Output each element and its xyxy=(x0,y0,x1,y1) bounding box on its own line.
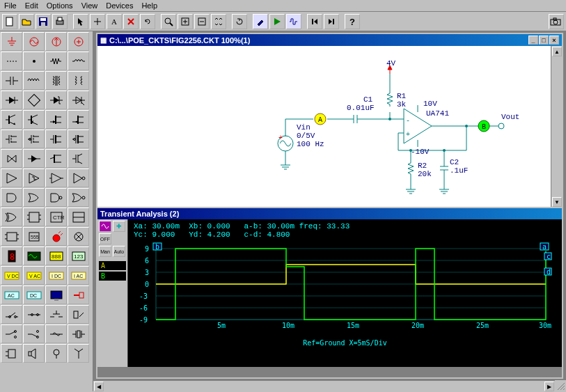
plug-icon[interactable] xyxy=(68,285,89,304)
schematic-titlebar[interactable]: ▦ C:\...\POE_CKTS\FIG2256.CKT 100%(1) _ … xyxy=(97,34,562,46)
off-button[interactable]: OFF xyxy=(99,233,111,244)
current-source-icon[interactable] xyxy=(45,32,67,51)
trace-toggle-button[interactable] xyxy=(99,221,111,232)
display-icon[interactable]: 123 xyxy=(68,246,89,265)
inverter-icon[interactable] xyxy=(68,168,89,187)
save-button[interactable] xyxy=(36,14,51,29)
connector-icon[interactable] xyxy=(1,344,22,363)
menu-help[interactable]: Help xyxy=(141,1,157,10)
diac-icon[interactable] xyxy=(23,149,45,168)
scroll-right-icon[interactable]: ▶ xyxy=(544,382,554,391)
zoom-fit-button[interactable] xyxy=(211,14,226,29)
scroll-left-icon[interactable]: ◀ xyxy=(94,382,104,391)
zoom-out-button[interactable] xyxy=(194,14,210,29)
meter-icon[interactable]: 888 xyxy=(45,246,67,265)
step-fwd-button[interactable] xyxy=(324,14,339,29)
ground-icon[interactable] xyxy=(1,32,22,51)
led-icon[interactable] xyxy=(45,227,67,246)
analysis-titlebar[interactable]: Transient Analysis (2) xyxy=(97,208,562,219)
triac-icon[interactable] xyxy=(1,149,22,168)
zoom-in-button[interactable] xyxy=(178,14,193,29)
help-button[interactable]: ? xyxy=(345,14,360,29)
camera-button[interactable] xyxy=(549,14,564,29)
monitor-icon[interactable] xyxy=(45,285,67,304)
speaker-icon[interactable] xyxy=(23,344,45,363)
and-gate-icon[interactable] xyxy=(1,188,22,207)
wire-button[interactable] xyxy=(90,14,105,29)
xor-gate-icon[interactable] xyxy=(1,207,22,226)
menu-view[interactable]: View xyxy=(81,1,98,10)
register-icon[interactable] xyxy=(68,207,89,226)
vac-meter-icon[interactable]: V AC xyxy=(23,266,45,285)
buffer-icon[interactable] xyxy=(45,168,67,187)
pushbutton-icon[interactable] xyxy=(45,305,67,324)
diode-icon[interactable] xyxy=(1,91,22,109)
junction-dash-icon[interactable] xyxy=(1,52,22,70)
schematic-vscroll[interactable]: ▲ ▼ xyxy=(551,46,562,207)
or-gate-icon[interactable] xyxy=(23,188,45,207)
spdt-icon[interactable] xyxy=(1,324,22,343)
pnp-icon[interactable] xyxy=(23,110,45,129)
waveform-button[interactable] xyxy=(286,14,301,29)
dc-probe-icon[interactable]: DC xyxy=(23,285,45,304)
open-button[interactable] xyxy=(19,14,34,29)
fuse-icon[interactable] xyxy=(45,324,67,343)
menu-edit[interactable]: Edit xyxy=(25,1,38,10)
capacitor-icon[interactable] xyxy=(1,71,22,90)
rotate-button[interactable] xyxy=(140,14,155,29)
switch-no-icon[interactable] xyxy=(1,305,22,324)
inductor-icon[interactable] xyxy=(23,71,45,90)
scope-icon[interactable] xyxy=(23,246,45,265)
timer-icon[interactable]: 555 xyxy=(23,227,45,246)
zener-icon[interactable] xyxy=(45,91,67,109)
ac-source-icon[interactable] xyxy=(23,32,45,51)
resistor-icon[interactable] xyxy=(45,52,67,70)
pmos-e-icon[interactable] xyxy=(23,130,45,148)
switch-nc-icon[interactable] xyxy=(23,305,45,324)
mic-icon[interactable] xyxy=(45,344,67,363)
menu-devices[interactable]: Devices xyxy=(106,1,133,10)
iac-meter-icon[interactable]: I AC xyxy=(68,266,89,285)
npn-icon[interactable] xyxy=(1,110,22,129)
step-back-button[interactable] xyxy=(307,14,322,29)
menu-file[interactable]: File xyxy=(4,1,17,10)
plot-area[interactable]: 9 6 3 0 -3 -6 -9 5m 10m 15m xyxy=(128,242,562,339)
probe-button[interactable] xyxy=(253,14,268,29)
transformer-icon[interactable] xyxy=(45,71,67,90)
node-icon[interactable] xyxy=(23,52,45,70)
close-button[interactable]: × xyxy=(549,36,559,45)
crystal-icon[interactable] xyxy=(68,324,89,343)
comparator-icon[interactable] xyxy=(23,168,45,187)
flipflop-icon[interactable] xyxy=(23,207,45,226)
relay-icon[interactable] xyxy=(68,305,89,324)
7seg-icon[interactable]: 8 xyxy=(1,246,22,265)
workarea-hscroll[interactable]: ◀ ▶ xyxy=(93,380,555,391)
ac-probe-icon[interactable]: AC xyxy=(1,285,22,304)
ic-icon[interactable] xyxy=(1,227,22,246)
trace-a-label[interactable]: A xyxy=(99,261,126,270)
text-button[interactable]: A xyxy=(107,14,122,29)
pjfet-icon[interactable] xyxy=(68,110,89,129)
scr-icon[interactable] xyxy=(68,91,89,109)
bridge-icon[interactable] xyxy=(23,91,45,109)
auto-button[interactable]: Auto xyxy=(113,246,125,257)
pointer-button[interactable] xyxy=(73,14,88,29)
nor-gate-icon[interactable] xyxy=(68,188,89,207)
run-button[interactable] xyxy=(269,14,285,29)
delete-button[interactable] xyxy=(123,14,139,29)
resize-grip[interactable] xyxy=(555,380,566,391)
cursor-button[interactable]: ✚ xyxy=(113,221,125,232)
maximize-button[interactable]: □ xyxy=(539,36,549,45)
lamp-icon[interactable] xyxy=(68,227,89,246)
scroll-down-icon[interactable]: ▼ xyxy=(552,197,562,207)
vdc-meter-icon[interactable]: V DC xyxy=(1,266,22,285)
nmos-e-icon[interactable] xyxy=(1,130,22,148)
new-button[interactable] xyxy=(2,14,17,29)
print-button[interactable] xyxy=(52,14,68,29)
schematic-canvas[interactable]: A B + - + Vin 0/5V 100 Hz C1 xyxy=(97,46,562,207)
idc-meter-icon[interactable]: I DC xyxy=(45,266,67,285)
antenna-icon[interactable] xyxy=(68,344,89,363)
minimize-button[interactable]: _ xyxy=(528,36,538,45)
pmos-d-icon[interactable] xyxy=(68,130,89,148)
transformer2-icon[interactable] xyxy=(68,71,89,90)
